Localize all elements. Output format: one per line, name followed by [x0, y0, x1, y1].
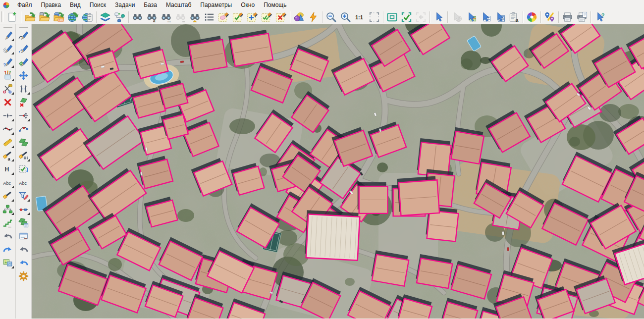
- align-edges-button[interactable]: [16, 82, 31, 96]
- cursor-map-button[interactable]: [464, 10, 478, 23]
- text-abc-2-button[interactable]: Abc: [16, 176, 31, 189]
- building-outline[interactable]: [371, 250, 410, 286]
- redo-button[interactable]: [0, 243, 15, 256]
- building-outline[interactable]: [450, 127, 485, 164]
- new-map-button[interactable]: [5, 10, 19, 23]
- toolbar-separator: [128, 11, 129, 23]
- layer-list-button[interactable]: [98, 10, 112, 23]
- select-by-grid-button[interactable]: [16, 149, 31, 162]
- search-button[interactable]: [130, 10, 145, 23]
- menu-item-1[interactable]: Файл: [13, 0, 37, 10]
- open-geoportal-button[interactable]: [66, 10, 80, 23]
- measure-ruler-button[interactable]: [0, 136, 15, 149]
- edit-segment-button[interactable]: [0, 122, 15, 136]
- vegetation-patch: [177, 209, 194, 222]
- edit-point-button[interactable]: [0, 109, 15, 122]
- sidebar-gripper[interactable]: [3, 26, 12, 28]
- style-brushes-button[interactable]: [0, 69, 15, 82]
- menu-item-10[interactable]: Помощь: [259, 0, 291, 10]
- menu-item-3[interactable]: Вид: [65, 0, 85, 10]
- cursor-table-button[interactable]: [478, 10, 492, 23]
- building-outline[interactable]: [187, 36, 227, 73]
- select-add-button[interactable]: [245, 10, 260, 23]
- settings-button[interactable]: [16, 269, 31, 283]
- map-viewport[interactable]: [32, 24, 644, 319]
- move-object-button[interactable]: [16, 69, 31, 82]
- menu-item-2[interactable]: Правка: [37, 0, 66, 10]
- edit-curve-nodes-button[interactable]: [16, 122, 31, 136]
- delete-polygon-button[interactable]: [16, 96, 31, 109]
- building-outline[interactable]: [397, 176, 439, 215]
- menu-item-4[interactable]: Поиск: [85, 0, 110, 10]
- pan-to-frame-button[interactable]: [385, 10, 399, 23]
- context-help-button[interactable]: ?: [592, 10, 607, 23]
- vegetation-patch: [229, 118, 255, 134]
- delete-object-button[interactable]: [0, 96, 15, 109]
- vegetation-patch: [569, 137, 580, 147]
- search-address-button[interactable]: [188, 10, 202, 23]
- open-database-button[interactable]: DBM: [52, 10, 66, 23]
- view-3d-button[interactable]: [292, 10, 306, 23]
- route-editor-button[interactable]: [542, 10, 557, 23]
- zoom-out-button[interactable]: [324, 10, 338, 23]
- zoom-in-button[interactable]: [338, 10, 353, 23]
- select-all-button[interactable]: [260, 10, 274, 23]
- edit-node-button[interactable]: [16, 109, 31, 122]
- confirm-frame-button[interactable]: [399, 10, 414, 23]
- image-overlay-button[interactable]: [0, 256, 15, 269]
- select-object-button[interactable]: [216, 10, 231, 23]
- highlight-object-button[interactable]: [0, 189, 15, 203]
- vegetation-patch: [599, 104, 621, 122]
- open-project-button[interactable]: [80, 10, 95, 23]
- redo-2-button[interactable]: [16, 256, 31, 269]
- scale-1-1-button[interactable]: 1:1: [353, 10, 367, 23]
- draw-query-button[interactable]: ?: [0, 55, 15, 69]
- menu-item-9[interactable]: Окно: [236, 0, 259, 10]
- menu-item-8[interactable]: Параметры: [196, 0, 236, 10]
- menu-item-6[interactable]: База: [139, 0, 161, 10]
- color-palette-button[interactable]: [525, 10, 539, 23]
- draw-tag-button[interactable]: [16, 55, 31, 69]
- open-map-button[interactable]: [23, 10, 37, 23]
- zoom-frame-button[interactable]: [367, 10, 381, 23]
- print-button[interactable]: [560, 10, 575, 23]
- polygon-window-button[interactable]: [16, 216, 31, 229]
- object-list-button[interactable]: [202, 10, 216, 23]
- building-outline[interactable]: [358, 182, 388, 213]
- cursor-sheet-button[interactable]: [492, 10, 507, 23]
- text-abc-button[interactable]: Abc: [0, 176, 15, 189]
- menu-item-7[interactable]: Масштаб: [161, 0, 196, 10]
- draw-bezier-button[interactable]: [16, 42, 31, 55]
- search-by-name-button[interactable]: a: [145, 10, 159, 23]
- filter-draw-button[interactable]: [16, 189, 31, 203]
- find-by-name-button[interactable]: a: [0, 149, 15, 162]
- toolbar-gripper[interactable]: [1, 11, 3, 22]
- draw-hatch-button[interactable]: [0, 42, 15, 55]
- draw-object-button[interactable]: [0, 29, 15, 42]
- open-site-button[interactable]: [37, 10, 52, 23]
- window-params-button[interactable]: ...: [16, 229, 31, 243]
- menu-item-5[interactable]: Задачи: [110, 0, 139, 10]
- print-report-button[interactable]: [575, 10, 589, 23]
- select-cancel-button[interactable]: [274, 10, 288, 23]
- sidebar-gripper[interactable]: [19, 26, 28, 28]
- check-contour-button[interactable]: [16, 162, 31, 176]
- attributes-list-button[interactable]: a: [507, 10, 521, 23]
- satellite-map-canvas[interactable]: [32, 24, 644, 319]
- draw-spline-button[interactable]: [16, 29, 31, 42]
- cut-object-button[interactable]: [0, 82, 15, 96]
- select-cursor-button[interactable]: [431, 10, 446, 23]
- scheme-tree-button[interactable]: [0, 203, 15, 216]
- edit-points-line-button[interactable]: [16, 203, 31, 216]
- building-outline[interactable]: [415, 254, 453, 288]
- building-outline[interactable]: [305, 210, 360, 260]
- legend-composition-button[interactable]: [112, 10, 127, 23]
- search-extended-button[interactable]: ...: [159, 10, 173, 23]
- select-confirm-button[interactable]: [231, 10, 245, 23]
- undo-button[interactable]: [0, 229, 15, 243]
- graph-steps-button[interactable]: ...: [0, 216, 15, 229]
- undo-2-button[interactable]: [16, 243, 31, 256]
- fast-drawing-button[interactable]: [306, 10, 321, 23]
- copy-polygon-button[interactable]: [16, 136, 31, 149]
- letter-height-button[interactable]: H: [0, 162, 15, 176]
